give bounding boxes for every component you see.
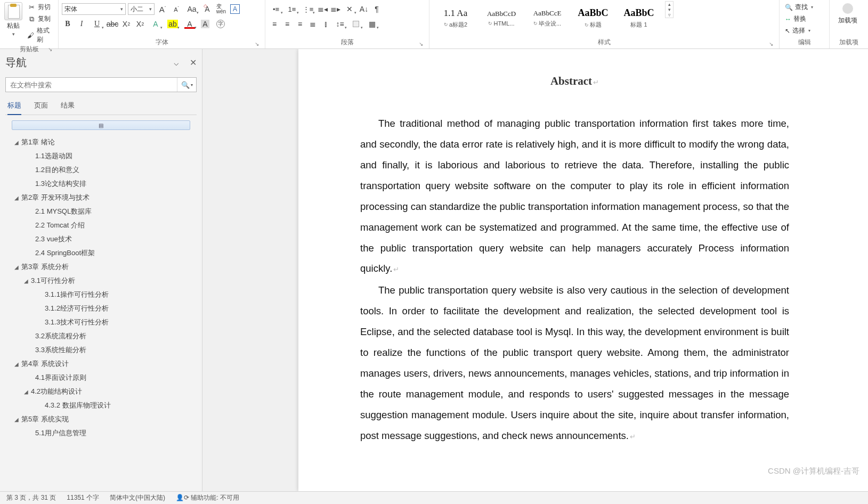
tree-item[interactable]: 2.1 MYSQL数据库	[5, 205, 197, 218]
refresh-icon: ↻	[533, 21, 538, 26]
tree-item[interactable]: 3.1.2经济可行性分析	[5, 302, 197, 315]
subscript-button[interactable]: X2	[120, 18, 132, 30]
tab-headings[interactable]: 标题	[7, 99, 21, 115]
clear-formatting-button[interactable]: A◇	[201, 3, 213, 15]
tree-item[interactable]: 4.1界面设计原则	[5, 371, 197, 385]
nav-search-button[interactable]: 🔍▾	[177, 78, 196, 92]
tree-toggle-icon[interactable]: ◢	[13, 361, 20, 367]
show-marks-button[interactable]: ¶	[371, 3, 383, 15]
multilevel-button[interactable]: ⋮≡▾	[301, 3, 315, 15]
asian-layout-button[interactable]: ✕▾	[342, 3, 357, 15]
tree-item[interactable]: 1.1选题动因	[5, 149, 197, 163]
line-spacing-button[interactable]: ↕≡▾	[332, 18, 347, 30]
char-border-button[interactable]: A	[229, 3, 241, 15]
document-page[interactable]: Abstract The traditional method of manag…	[298, 49, 868, 491]
tree-item[interactable]: 5.1用户信息管理	[5, 426, 197, 440]
align-left-button[interactable]: ≡	[269, 18, 280, 30]
status-language[interactable]: 简体中文(中国大陆)	[110, 493, 165, 502]
tree-toggle-icon[interactable]: ◢	[22, 278, 30, 284]
italic-button[interactable]: I	[76, 18, 87, 30]
style-a标题2[interactable]: 1.1 Aa↻a标题2	[433, 2, 478, 35]
cut-button[interactable]: ✂剪切	[26, 2, 55, 12]
borders-button[interactable]: ▦▾	[364, 18, 379, 30]
strikethrough-button[interactable]: abc	[107, 18, 118, 30]
nav-dropdown-icon[interactable]: ⌵	[174, 58, 179, 68]
decrease-indent-button[interactable]: ≣◂	[317, 3, 328, 15]
style-标题[interactable]: AaBbC↻标题	[571, 2, 615, 35]
tree-item[interactable]: ◢第4章 系统设计	[5, 357, 197, 371]
shrink-font-button[interactable]: Aˇ	[171, 3, 182, 15]
styles-expand[interactable]: ▿	[666, 12, 673, 18]
tree-toggle-icon[interactable]: ◢	[22, 389, 30, 395]
tree-label: 第4章 系统设计	[20, 359, 69, 369]
tree-item[interactable]: ◢第2章 开发环境与技术	[5, 191, 197, 205]
status-page[interactable]: 第 3 页，共 31 页	[6, 493, 56, 502]
bold-button[interactable]: B	[62, 18, 74, 30]
clipboard-launcher[interactable]	[46, 45, 54, 53]
tree-item[interactable]: 3.3系统性能分析	[5, 343, 197, 357]
font-color-button[interactable]: A▾	[182, 18, 197, 30]
tree-toggle-icon[interactable]: ◢	[13, 195, 20, 201]
style-HTML...[interactable]: AaBbCcD↻HTML...	[479, 2, 524, 35]
font-size-combo[interactable]: 小二▾	[128, 3, 155, 15]
nav-close-icon[interactable]: ✕	[190, 58, 197, 68]
phonetic-guide-button[interactable]: 变wén	[215, 3, 227, 15]
nav-search-input[interactable]	[6, 78, 177, 92]
tree-item[interactable]: 1.3论文结构安排	[5, 177, 197, 191]
char-shading-button[interactable]: A	[199, 18, 211, 30]
paragraph-launcher[interactable]	[417, 40, 425, 47]
tree-label: 4.1界面设计原则	[34, 373, 86, 383]
styles-launcher[interactable]	[767, 40, 775, 47]
justify-button[interactable]: ≣	[307, 18, 319, 30]
replace-button[interactable]: ↔替换	[783, 14, 815, 24]
tab-results[interactable]: 结果	[61, 99, 75, 115]
change-case-button[interactable]: Aa▾	[184, 3, 199, 15]
tree-item[interactable]: 3.1.1操作可行性分析	[5, 288, 197, 302]
nav-jump-bar[interactable]: ▤	[12, 120, 190, 130]
tree-item[interactable]: ◢4.2功能结构设计	[5, 385, 197, 399]
underline-button[interactable]: U▾	[90, 18, 104, 30]
styles-scroll-up[interactable]: ▴	[666, 2, 673, 7]
status-word-count[interactable]: 11351 个字	[67, 493, 99, 502]
tab-pages[interactable]: 页面	[34, 99, 48, 115]
style-毕业设...[interactable]: AaBbCcE↻毕业设...	[525, 2, 570, 35]
tree-item[interactable]: 3.1.3技术可行性分析	[5, 315, 197, 329]
tree-item[interactable]: 4.3.2 数据库物理设计	[5, 399, 197, 412]
superscript-button[interactable]: X2	[134, 18, 146, 30]
format-painter-button[interactable]: 🖌格式刷	[26, 26, 55, 45]
numbering-button[interactable]: 1≡▾	[285, 3, 299, 15]
distribute-button[interactable]: ⫿	[320, 18, 331, 30]
shading-button[interactable]: ▾	[348, 18, 363, 30]
sort-button[interactable]: A↓	[358, 3, 370, 15]
increase-indent-button[interactable]: ≣▸	[329, 3, 341, 15]
tree-toggle-icon[interactable]: ◢	[13, 417, 20, 422]
tree-item[interactable]: ◢第3章 系统分析	[5, 260, 197, 274]
style-标题 1[interactable]: AaBbC标题 1	[616, 2, 661, 35]
addins-button[interactable]: 加载项	[833, 1, 863, 27]
tree-item[interactable]: ◢第1章 绪论	[5, 135, 197, 149]
highlight-button[interactable]: ab▾	[165, 18, 180, 30]
grow-font-button[interactable]: Aˆ	[157, 3, 168, 15]
enclose-char-button[interactable]: 字	[213, 18, 228, 30]
tree-item[interactable]: ◢3.1可行性分析	[5, 274, 197, 288]
align-right-button[interactable]: ≡	[294, 18, 306, 30]
tree-item[interactable]: ◢第5章 系统实现	[5, 412, 197, 426]
tree-item[interactable]: 3.2系统流程分析	[5, 329, 197, 343]
tree-item[interactable]: 2.3 vue技术	[5, 232, 197, 246]
select-button[interactable]: ↖选择▾	[783, 26, 815, 36]
tree-item[interactable]: 2.2 Tomcat 介绍	[5, 218, 197, 232]
styles-scroll-down[interactable]: ▾	[666, 7, 673, 12]
tree-item[interactable]: 1.2目的和意义	[5, 163, 197, 177]
font-launcher[interactable]	[253, 40, 261, 47]
status-accessibility[interactable]: 👤⟳ 辅助功能: 不可用	[176, 493, 239, 502]
paste-button[interactable]: 粘贴 ▾	[3, 1, 23, 38]
font-name-combo[interactable]: 宋体▾	[62, 3, 126, 15]
text-effects-button[interactable]: A▾	[148, 18, 163, 30]
bullets-button[interactable]: •≡▾	[269, 3, 283, 15]
tree-toggle-icon[interactable]: ◢	[13, 140, 20, 145]
align-center-button[interactable]: ≡	[281, 18, 293, 30]
tree-toggle-icon[interactable]: ◢	[13, 264, 20, 270]
tree-item[interactable]: 2.4 SpringBoot框架	[5, 246, 197, 260]
copy-button[interactable]: ⧉复制	[26, 14, 55, 24]
find-button[interactable]: 🔍查找▾	[783, 2, 815, 12]
